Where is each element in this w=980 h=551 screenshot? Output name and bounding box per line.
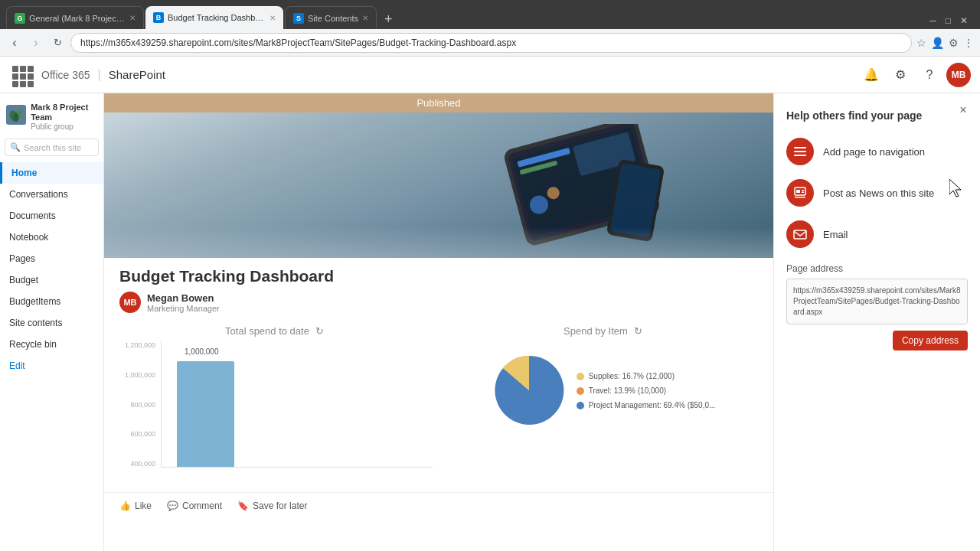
search-placeholder: Search this site bbox=[24, 143, 81, 152]
waffle-button[interactable] bbox=[9, 63, 34, 87]
panel-close-button[interactable]: × bbox=[954, 101, 972, 119]
menu-icon[interactable]: ⋮ bbox=[963, 37, 974, 49]
page-title-area: Budget Tracking Dashboard MB Megan Bowen… bbox=[104, 258, 773, 319]
y-label-1000: 1,000,000 bbox=[125, 371, 155, 379]
comment-button[interactable]: 💬 Comment bbox=[167, 500, 222, 511]
svg-rect-22 bbox=[794, 230, 806, 239]
tab1-close[interactable]: ✕ bbox=[129, 14, 136, 22]
tab3-close[interactable]: ✕ bbox=[362, 14, 368, 22]
sidebar-item-edit[interactable]: Edit bbox=[0, 355, 103, 377]
window-controls: ─ □ ✕ bbox=[917, 15, 980, 29]
top-nav-icons: 🔔 ⚙ ? MB bbox=[859, 63, 971, 87]
sidebar-search[interactable]: 🔍 Search this site bbox=[5, 139, 99, 156]
bar-chart: 1,200,000 1,000,000 800,000 600,000 400,… bbox=[116, 341, 433, 483]
settings-icon[interactable]: ⚙ bbox=[888, 63, 913, 87]
panel-action-nav[interactable]: Add page to navigation bbox=[786, 138, 968, 165]
tab2-title: Budget Tracking Dashboard bbox=[168, 13, 266, 22]
nav-action-label: Add page to navigation bbox=[823, 146, 925, 158]
user-avatar[interactable]: MB bbox=[946, 63, 971, 87]
forward-button[interactable]: › bbox=[28, 34, 44, 51]
page-title: Budget Tracking Dashboard bbox=[119, 267, 758, 285]
restore-button[interactable]: □ bbox=[942, 15, 954, 26]
site-name: Mark 8 Project Team bbox=[31, 103, 97, 122]
sidebar-item-budgetitems[interactable]: BudgetItems bbox=[0, 291, 103, 312]
sidebar-item-pages[interactable]: Pages bbox=[0, 248, 103, 269]
tab2-favicon: B bbox=[153, 12, 164, 23]
sidebar-item-notebook[interactable]: Notebook bbox=[0, 227, 103, 248]
extensions-icon[interactable]: ⚙ bbox=[949, 37, 959, 49]
help-icon[interactable]: ? bbox=[917, 63, 942, 87]
bar-chart-refresh[interactable]: ↻ bbox=[315, 325, 324, 337]
panel-action-news[interactable]: Post as News on this site bbox=[786, 179, 968, 207]
tab1-title: General (Mark 8 Project Team) | ... bbox=[29, 14, 126, 23]
main-content: Published bbox=[104, 93, 773, 551]
bar-value-label: 1,000,000 bbox=[185, 347, 219, 356]
svg-rect-15 bbox=[794, 151, 806, 152]
svg-rect-21 bbox=[795, 197, 805, 198]
reload-button[interactable]: ↻ bbox=[49, 34, 66, 51]
page-address-section: Page address https://m365x439259.sharepo… bbox=[786, 263, 968, 350]
bar-chart-container: Total spend to date ↻ 1,200,000 1,000,00… bbox=[116, 325, 433, 483]
sidebar-item-conversations[interactable]: Conversations bbox=[0, 184, 103, 205]
browser-tab-budget[interactable]: B Budget Tracking Dashboard ✕ bbox=[145, 6, 283, 29]
like-button[interactable]: 👍 Like bbox=[119, 500, 152, 511]
bar-element bbox=[177, 361, 234, 467]
pie-chart-refresh[interactable]: ↻ bbox=[634, 325, 642, 337]
close-button[interactable]: ✕ bbox=[957, 15, 971, 26]
site-logo bbox=[6, 103, 26, 127]
tab1-favicon: G bbox=[15, 13, 25, 24]
sidebar-item-sitecontents[interactable]: Site contents bbox=[0, 312, 103, 334]
page-address-box: https://m365x439259.sharepoint.com/sites… bbox=[786, 279, 968, 324]
save-icon: 🔖 bbox=[237, 500, 249, 511]
author-name: Megan Bowen bbox=[147, 292, 220, 304]
new-tab-button[interactable]: + bbox=[378, 11, 399, 29]
save-button[interactable]: 🔖 Save for later bbox=[237, 500, 307, 511]
address-input[interactable] bbox=[70, 33, 912, 53]
back-button[interactable]: ‹ bbox=[6, 34, 23, 51]
svg-rect-19 bbox=[802, 190, 804, 191]
address-bar-row: ‹ › ↻ ☆ 👤 ⚙ ⋮ bbox=[0, 29, 980, 57]
y-label-400: 400,000 bbox=[130, 460, 155, 468]
author-row: MB Megan Bowen Marketing Manager bbox=[119, 292, 758, 313]
email-action-icon bbox=[786, 220, 814, 248]
sidebar-item-budget[interactable]: Budget bbox=[0, 269, 103, 291]
copy-address-button[interactable]: Copy address bbox=[893, 331, 968, 350]
site-type: Public group bbox=[31, 122, 97, 131]
minimize-button[interactable]: ─ bbox=[926, 15, 939, 26]
browser-tab-general[interactable]: G General (Mark 8 Project Team) | ... ✕ bbox=[6, 6, 144, 29]
email-action-label: Email bbox=[823, 229, 848, 240]
author-title: Marketing Manager bbox=[147, 304, 220, 313]
tab3-title: Site Contents bbox=[308, 14, 358, 23]
notifications-icon[interactable]: 🔔 bbox=[859, 63, 884, 87]
account-icon[interactable]: 👤 bbox=[931, 37, 944, 49]
site-header: Mark 8 Project Team Public group bbox=[0, 99, 103, 139]
right-panel: × Help others find your page Add page to… bbox=[773, 93, 980, 551]
svg-rect-18 bbox=[796, 190, 800, 193]
browser-chrome: G General (Mark 8 Project Team) | ... ✕ … bbox=[0, 0, 980, 29]
nav-items: Home Conversations Documents Notebook Pa… bbox=[0, 162, 103, 355]
search-icon: 🔍 bbox=[10, 142, 21, 152]
svg-rect-20 bbox=[802, 192, 804, 194]
sidebar-item-documents[interactable]: Documents bbox=[0, 205, 103, 227]
browser-tab-sitecontents[interactable]: S Site Contents ✕ bbox=[285, 6, 377, 29]
sidebar: Mark 8 Project Team Public group 🔍 Searc… bbox=[0, 93, 104, 551]
office365-label: Office 365 bbox=[41, 69, 90, 81]
svg-rect-14 bbox=[794, 147, 806, 148]
browser-tabs: G General (Mark 8 Project Team) | ... ✕ … bbox=[0, 6, 917, 29]
sidebar-item-home[interactable]: Home bbox=[0, 162, 103, 184]
panel-title: Help others find your page bbox=[786, 109, 968, 122]
tab2-close[interactable]: ✕ bbox=[270, 14, 276, 22]
panel-action-email[interactable]: Email bbox=[786, 220, 968, 248]
sidebar-item-recyclebin[interactable]: Recycle bin bbox=[0, 334, 103, 355]
author-avatar: MB bbox=[119, 292, 141, 313]
bookmark-icon[interactable]: ☆ bbox=[916, 37, 926, 49]
page-address-label: Page address bbox=[786, 263, 968, 274]
bottom-actions: 👍 Like 💬 Comment 🔖 Save for later bbox=[104, 492, 773, 519]
charts-row: Total spend to date ↻ 1,200,000 1,000,00… bbox=[104, 322, 773, 486]
legend-item-projectmgmt: Project Management: 69.4% ($50,0... bbox=[577, 401, 716, 409]
bar-chart-title: Total spend to date bbox=[225, 325, 309, 337]
y-label-600: 600,000 bbox=[130, 430, 155, 438]
content-area: Mark 8 Project Team Public group 🔍 Searc… bbox=[0, 93, 980, 551]
news-action-label: Post as News on this site bbox=[823, 187, 934, 199]
news-action-icon bbox=[786, 179, 814, 207]
